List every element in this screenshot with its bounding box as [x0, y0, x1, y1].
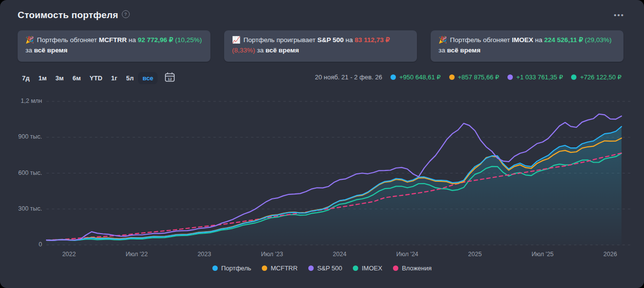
series-dot-icon	[507, 74, 513, 80]
card-lead: Портфель обгоняет	[450, 36, 510, 44]
legend-item-sp500[interactable]: S&P 500	[308, 264, 342, 272]
range-button-5л[interactable]: 5л	[122, 72, 138, 84]
legend-label: Вложения	[402, 264, 432, 272]
card-benchmark: MCFTRR	[99, 36, 127, 44]
range-button-1г[interactable]: 1г	[107, 72, 122, 84]
portfolio-value-panel: Стоимость портфеля ? ••• 🎉Портфель обгон…	[0, 0, 644, 288]
card-lead: Портфель обгоняет	[37, 36, 97, 44]
summary-chip-mcftrr: +857 875,66 ₽	[449, 73, 500, 81]
card-amount: 224 526,11 ₽	[544, 36, 583, 44]
series-lines	[46, 114, 621, 245]
page-title: Стоимость портфеля	[18, 10, 118, 21]
card-percent: (10,25%)	[175, 36, 202, 44]
range-button-YTD[interactable]: YTD	[85, 72, 107, 84]
summary-value: +1 033 761,35 ₽	[516, 73, 563, 81]
card-lead: Портфель проигрывает	[243, 36, 315, 44]
card-za: за	[257, 47, 264, 54]
summary-chip-portfolio: +950 648,61 ₽	[391, 73, 441, 81]
benchmark-cards: 🎉Портфель обгоняет MCFTRR на 92 772,96 ₽…	[18, 30, 623, 62]
series-dot-icon	[308, 265, 314, 271]
portfolio-chart	[0, 93, 644, 262]
series-dot-icon	[212, 265, 218, 271]
summary-value: +950 648,61 ₽	[399, 73, 441, 81]
party-popper-icon: 🎉	[25, 36, 34, 44]
range-controls: 7д1м3м6мYTD1г5лвсе 12	[18, 71, 177, 85]
card-vs-imoex: 🎉Портфель обгоняет IMOEX на 224 526,11 ₽…	[431, 30, 623, 62]
header: Стоимость портфеля ?	[18, 10, 130, 21]
range-button-7д[interactable]: 7д	[18, 72, 34, 84]
legend-item-portfolio[interactable]: Портфель	[212, 264, 251, 272]
legend-label: Портфель	[221, 264, 251, 272]
card-na: на	[129, 36, 136, 44]
card-za: за	[25, 47, 32, 54]
card-percent: (29,03%)	[585, 36, 612, 44]
calendar-button[interactable]: 12	[162, 71, 177, 85]
card-na: на	[345, 36, 353, 44]
series-dot-icon	[449, 74, 455, 80]
summary-value: +857 875,66 ₽	[458, 73, 500, 81]
card-benchmark: S&P 500	[317, 36, 344, 44]
card-percent: (8,33%)	[232, 47, 255, 54]
card-vs-mcftrr: 🎉Портфель обгоняет MCFTRR на 92 772,96 ₽…	[18, 30, 210, 62]
card-period: всё время	[447, 47, 480, 54]
series-dot-icon	[262, 265, 267, 271]
legend-label: IMOEX	[362, 264, 382, 272]
range-button-1м[interactable]: 1м	[34, 72, 51, 84]
range-info: 20 нояб. 21 - 2 фев. 26 +950 648,61 ₽+85…	[315, 73, 621, 81]
range-button-все[interactable]: все	[138, 72, 158, 84]
series-dot-icon	[353, 265, 358, 271]
calendar-icon: 12	[164, 72, 175, 82]
chart-increasing-icon: 📈	[232, 36, 240, 44]
help-icon[interactable]: ?	[122, 10, 130, 18]
legend-label: S&P 500	[317, 264, 342, 272]
more-menu-icon[interactable]: •••	[614, 11, 624, 19]
card-vs-sp500: 📈Портфель проигрывает S&P 500 на 83 112,…	[224, 30, 417, 62]
legend-label: MCFTRR	[271, 264, 298, 272]
card-za: за	[438, 47, 445, 54]
party-popper-icon: 🎉	[438, 36, 447, 44]
range-group: 7д1м3м6мYTD1г5лвсе	[18, 72, 158, 84]
card-period: всё время	[34, 47, 67, 54]
range-button-6м[interactable]: 6м	[68, 72, 85, 84]
legend-item-mcftrr[interactable]: MCFTRR	[262, 264, 298, 272]
card-na: на	[535, 36, 542, 44]
chart-legend: ПортфельMCFTRRS&P 500IMOEXВложения	[0, 264, 644, 272]
series-dot-icon	[391, 74, 396, 80]
card-benchmark: IMOEX	[512, 36, 533, 44]
summary-chip-sp500: +1 033 761,35 ₽	[507, 73, 563, 81]
svg-text:12: 12	[168, 77, 172, 81]
date-range-label: 20 нояб. 21 - 2 фев. 26	[315, 73, 382, 81]
legend-item-deposits[interactable]: Вложения	[393, 264, 432, 272]
summary-legend: +950 648,61 ₽+857 875,66 ₽+1 033 761,35 …	[391, 73, 621, 81]
summary-chip-imoex: +726 122,50 ₽	[571, 73, 621, 81]
card-amount: 92 772,96 ₽	[138, 36, 173, 44]
series-dot-icon	[571, 74, 576, 80]
range-button-3м[interactable]: 3м	[51, 72, 68, 84]
card-period: всё время	[266, 47, 299, 54]
summary-value: +726 122,50 ₽	[580, 73, 621, 81]
card-amount: 83 112,73 ₽	[355, 36, 390, 44]
legend-item-imoex[interactable]: IMOEX	[353, 264, 382, 272]
series-dot-icon	[393, 265, 398, 271]
